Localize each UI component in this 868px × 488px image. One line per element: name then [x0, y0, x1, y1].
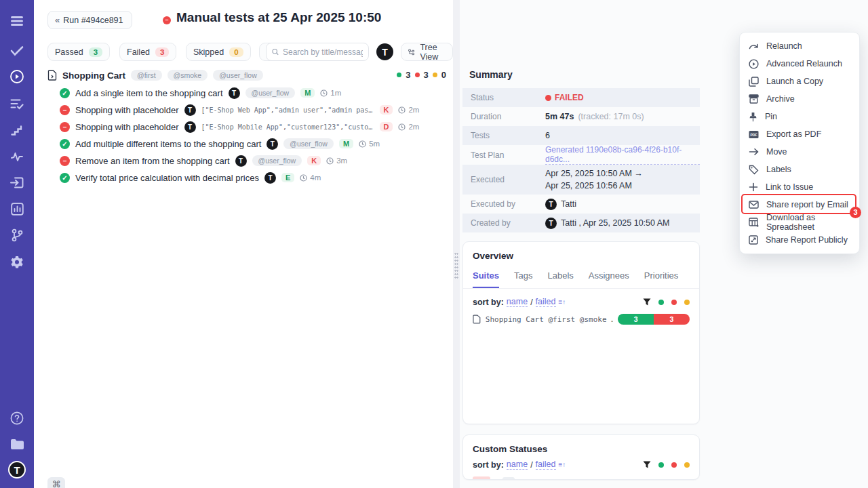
test-row[interactable]: – Remove an item from the shopping cart …: [60, 153, 452, 168]
menu-item-relaunch[interactable]: Relaunch: [740, 37, 859, 55]
summary-row-status: Status FAILED: [462, 88, 700, 107]
test-duration: 5m: [359, 140, 380, 148]
skipped-filter-dot[interactable]: [684, 300, 690, 305]
analytics-icon[interactable]: [0, 199, 34, 219]
test-plan-link[interactable]: Generated 1190e08b-ca96-4f26-b10f-d6dc..…: [545, 145, 700, 165]
menu-item-archive[interactable]: Archive: [740, 90, 859, 108]
menu-item-move[interactable]: Move: [740, 143, 859, 161]
sort-by-failed-link[interactable]: failed: [536, 460, 556, 470]
steps-icon[interactable]: [0, 120, 34, 140]
spreadsheet-icon: [749, 218, 759, 227]
assignee-initial-badge: E: [281, 173, 294, 182]
failed-stop-icon: –: [60, 156, 70, 166]
settings-gear-icon[interactable]: [0, 252, 34, 272]
back-to-run-button[interactable]: « Run #494ce891: [47, 11, 132, 29]
filter-passed-button[interactable]: Passed 3: [47, 43, 110, 61]
test-title: Add a single item to the shopping cart: [75, 88, 223, 98]
relaunch-icon: [749, 42, 759, 51]
suite-tag[interactable]: @smoke: [167, 70, 208, 81]
menu-item-labels[interactable]: Labels: [740, 161, 859, 178]
tree-view-label: Tree View: [420, 43, 446, 62]
panel-resize-divider[interactable]: [453, 0, 460, 488]
tree-view-button[interactable]: Tree View: [401, 43, 453, 61]
passed-filter-dot[interactable]: [658, 300, 664, 305]
test-duration: 3m: [326, 157, 347, 165]
suite-tag[interactable]: @user_flow: [213, 70, 263, 81]
passed-filter-dot[interactable]: [658, 462, 664, 468]
menu-item-pin[interactable]: Pin: [740, 108, 859, 125]
filter-funnel-icon[interactable]: [643, 461, 651, 469]
row-label: Duration: [462, 112, 545, 121]
export-pdf-icon: PDF: [749, 130, 759, 139]
created-by-value: TTatti , Apr 25, 2025 10:50 AM: [545, 218, 670, 229]
menu-item-export-as-pdf[interactable]: PDF Export as PDF: [740, 125, 859, 143]
menu-item-advanced-relaunch[interactable]: Advanced Relaunch: [740, 55, 859, 73]
filter-failed-button[interactable]: Failed 3: [119, 43, 176, 61]
test-duration: 2m: [398, 123, 419, 131]
failed-filter-dot[interactable]: [671, 462, 677, 468]
tab-priorities[interactable]: Priorities: [644, 270, 679, 288]
pulse-icon[interactable]: [0, 146, 34, 167]
keyboard-shortcut-button[interactable]: ⌘: [47, 477, 65, 488]
menu-item-link-to-issue[interactable]: Link to Issue: [740, 178, 859, 196]
plus-icon: [749, 182, 758, 192]
test-avatar: T: [229, 87, 240, 99]
tests-icon[interactable]: [0, 41, 34, 61]
test-tag[interactable]: @user_flow: [283, 138, 334, 149]
test-row[interactable]: ✓ Verify total price calculation with de…: [60, 170, 452, 185]
row-label: Status: [462, 93, 545, 102]
tests-count-value: 6: [545, 131, 550, 140]
failed-filter-dot[interactable]: [671, 300, 677, 305]
test-title: Verify total price calculation with deci…: [75, 173, 259, 183]
assignee-initial-badge: M: [339, 139, 353, 148]
skipped-filter-dot[interactable]: [684, 462, 690, 468]
passed-count-badge: 3: [89, 47, 102, 57]
search-input[interactable]: [283, 47, 363, 57]
test-tag[interactable]: @user_flow: [252, 155, 302, 166]
tab-assignees[interactable]: Assignees: [589, 270, 629, 288]
menu-item-launch-a-copy[interactable]: Launch a Copy: [740, 73, 859, 90]
filter-skipped-button[interactable]: Skipped 0: [186, 43, 251, 61]
test-row[interactable]: ✓ Add a single item to the shopping cart…: [60, 85, 452, 100]
avatar: T: [545, 199, 557, 210]
failed-bar-segment: 3: [654, 314, 690, 325]
runs-icon[interactable]: [0, 66, 34, 87]
passed-dot-icon: [397, 73, 401, 77]
projects-folder-icon[interactable]: [0, 434, 34, 454]
test-row[interactable]: – Shopping with placeholder T ["E-Shop M…: [60, 119, 452, 134]
tab-suites[interactable]: Suites: [473, 270, 499, 288]
tab-labels[interactable]: Labels: [547, 270, 573, 288]
menu-item-download-as-spreadsheet[interactable]: Download as Spreadsheet: [740, 214, 859, 231]
suite-file-icon: [47, 70, 57, 81]
clock-icon: [398, 106, 406, 114]
assignee-avatar[interactable]: T: [376, 43, 393, 60]
menu-item-share-report-by-email[interactable]: Share report by Email 3: [740, 196, 859, 214]
menu-item-share-report-publicly[interactable]: Share Report Publicly: [740, 231, 859, 249]
skipped-label: Skipped: [193, 47, 224, 57]
status-value: FAILED: [545, 93, 584, 102]
test-row[interactable]: ✓ Add multiple different items to the sh…: [60, 136, 452, 151]
assignee-initial-badge: K: [380, 105, 393, 115]
test-plans-icon[interactable]: [0, 94, 34, 114]
test-row[interactable]: – Shopping with placeholder T ["E-Shop W…: [60, 102, 452, 117]
suite-tag[interactable]: @first: [131, 70, 162, 81]
sort-by-name-link[interactable]: name: [507, 460, 528, 470]
test-tag[interactable]: @user_flow: [245, 87, 296, 98]
overview-suite-row[interactable]: Shopping Cart @first @smoke … 3 3: [463, 307, 699, 325]
import-icon[interactable]: [0, 172, 34, 192]
test-title: Add multiple different items to the shop…: [75, 139, 261, 149]
hamburger-menu-icon[interactable]: [0, 11, 34, 31]
sidebar-user-avatar[interactable]: T: [0, 460, 34, 480]
help-icon[interactable]: [0, 408, 34, 428]
suite-row[interactable]: Shopping Cart @first @smoke @user_flow: [47, 68, 448, 82]
passed-check-icon: ✓: [60, 173, 70, 183]
summary-row-executed: Executed Apr 25, 2025 10:50 AM → Apr 25,…: [462, 165, 700, 195]
filter-funnel-icon[interactable]: [643, 298, 651, 306]
clock-icon: [326, 157, 334, 165]
tab-tags[interactable]: Tags: [514, 270, 532, 288]
sort-by-name-link[interactable]: name: [507, 297, 528, 307]
row-label: Executed: [462, 175, 545, 184]
clock-icon: [320, 89, 328, 97]
branches-icon[interactable]: [0, 225, 34, 245]
sort-by-failed-link[interactable]: failed: [536, 297, 556, 307]
